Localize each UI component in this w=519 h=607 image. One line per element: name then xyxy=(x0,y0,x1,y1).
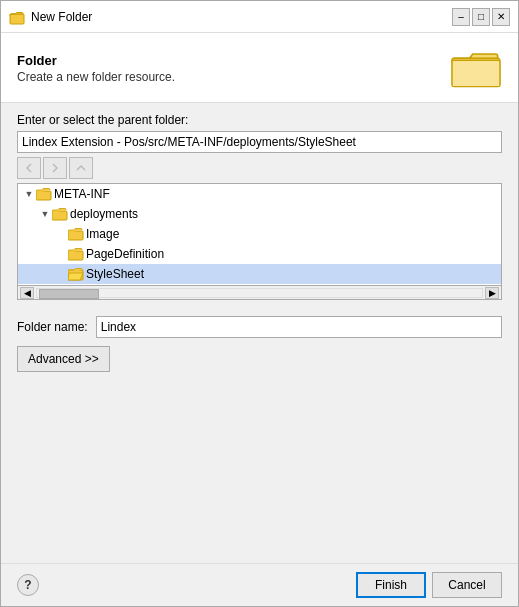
tree-folder-icon xyxy=(68,267,84,281)
title-bar: New Folder – □ ✕ xyxy=(1,1,518,33)
svg-rect-2 xyxy=(452,61,500,87)
title-controls: – □ ✕ xyxy=(452,8,510,26)
button-bar: ? Finish Cancel xyxy=(1,563,518,606)
help-button[interactable]: ? xyxy=(17,574,39,596)
tree-toggle-icon[interactable]: ▼ xyxy=(38,207,52,221)
hscroll-track[interactable] xyxy=(36,288,483,298)
header-text: Folder Create a new folder resource. xyxy=(17,53,175,84)
spacer xyxy=(1,376,518,563)
tree-toggle-icon[interactable] xyxy=(54,227,68,241)
advanced-button[interactable]: Advanced >> xyxy=(17,346,110,372)
path-input[interactable] xyxy=(17,131,502,153)
back-button[interactable] xyxy=(17,157,41,179)
tree-item-label: Image xyxy=(86,227,119,241)
folder-name-row: Folder name: xyxy=(17,316,502,338)
minimize-button[interactable]: – xyxy=(452,8,470,26)
folder-large-icon xyxy=(450,45,502,92)
tree-folder-icon xyxy=(68,247,84,261)
hscroll-thumb xyxy=(39,289,99,299)
tree-item[interactable]: PageDefinition xyxy=(18,244,501,264)
folder-tree[interactable]: ▼ META-INF▼ deployments Image PageDefini… xyxy=(17,183,502,286)
up-button[interactable] xyxy=(69,157,93,179)
finish-button[interactable]: Finish xyxy=(356,572,426,598)
path-label: Enter or select the parent folder: xyxy=(17,113,502,127)
header-subtitle: Create a new folder resource. xyxy=(17,70,175,84)
tree-item-label: META-INF xyxy=(54,187,110,201)
action-buttons: Finish Cancel xyxy=(356,572,502,598)
svg-rect-0 xyxy=(10,14,24,24)
dialog-title: New Folder xyxy=(31,10,446,24)
folder-name-label: Folder name: xyxy=(17,320,88,334)
form-section: Folder name: Advanced >> xyxy=(1,308,518,376)
tree-item-label: StyleSheet xyxy=(86,267,144,281)
tree-toolbar xyxy=(17,157,502,179)
tree-folder-icon xyxy=(52,207,68,221)
tree-toggle-icon[interactable]: ▼ xyxy=(22,187,36,201)
tree-toggle-icon[interactable] xyxy=(54,247,68,261)
tree-item-label: deployments xyxy=(70,207,138,221)
hscroll-bar[interactable]: ◀ ▶ xyxy=(17,286,502,300)
folder-name-input[interactable] xyxy=(96,316,502,338)
hscroll-right[interactable]: ▶ xyxy=(485,287,499,299)
forward-button[interactable] xyxy=(43,157,67,179)
tree-toggle-icon[interactable] xyxy=(54,267,68,281)
tree-item[interactable]: Image xyxy=(18,224,501,244)
tree-folder-icon xyxy=(36,187,52,201)
tree-item[interactable]: ▼ deployments xyxy=(18,204,501,224)
close-button[interactable]: ✕ xyxy=(492,8,510,26)
new-folder-dialog: New Folder – □ ✕ Folder Create a new fol… xyxy=(0,0,519,607)
header-section: Folder Create a new folder resource. xyxy=(1,33,518,103)
header-title: Folder xyxy=(17,53,175,68)
tree-item[interactable]: StyleSheet xyxy=(18,264,501,284)
maximize-button[interactable]: □ xyxy=(472,8,490,26)
dialog-icon xyxy=(9,9,25,25)
cancel-button[interactable]: Cancel xyxy=(432,572,502,598)
tree-item[interactable]: ▼ META-INF xyxy=(18,184,501,204)
hscroll-left[interactable]: ◀ xyxy=(20,287,34,299)
advanced-section: Advanced >> xyxy=(17,346,502,372)
content-area: Enter or select the parent folder: ▼ MET… xyxy=(1,103,518,308)
tree-folder-icon xyxy=(68,227,84,241)
tree-item-label: PageDefinition xyxy=(86,247,164,261)
